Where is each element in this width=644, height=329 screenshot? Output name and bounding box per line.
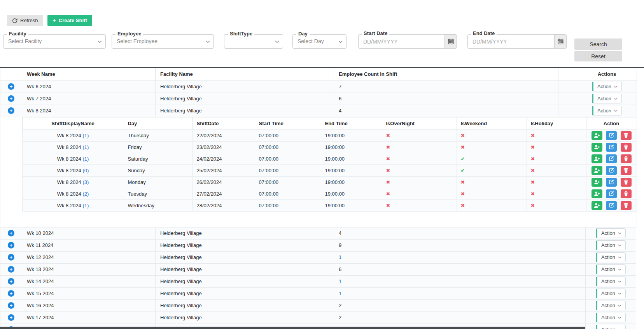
start-date-calendar-button[interactable]	[444, 34, 457, 49]
start-date-input[interactable]	[358, 34, 445, 49]
day-label: Day	[296, 31, 310, 37]
delete-shift-button[interactable]	[621, 189, 632, 198]
employee-count-cell: 2	[334, 312, 586, 324]
assign-employee-button[interactable]	[592, 178, 602, 187]
delete-shift-button[interactable]	[621, 131, 632, 140]
assign-employee-button[interactable]	[592, 154, 602, 163]
shift-count-link[interactable]: (1)	[82, 156, 89, 162]
horizontal-scrollbar[interactable]	[0, 327, 585, 329]
shifttype-select[interactable]: ShiftType	[224, 34, 283, 49]
delete-shift-button[interactable]	[621, 143, 632, 152]
facility-name-cell: Helderberg Village	[156, 312, 334, 324]
assign-employee-button[interactable]	[592, 201, 602, 210]
check-icon: ✔	[461, 168, 465, 173]
shift-date-cell: 22/02/2024	[192, 130, 255, 141]
employee-count-cell: 4	[334, 105, 558, 117]
facility-name-cell: Helderberg Village	[156, 105, 334, 117]
end-date-calendar-button[interactable]	[554, 34, 567, 49]
expand-row-icon[interactable]: +	[8, 266, 14, 273]
action-dropdown-button[interactable]: Action	[596, 276, 626, 286]
edit-shift-button[interactable]	[606, 166, 617, 175]
action-dropdown-button[interactable]: Action	[596, 252, 626, 262]
edit-shift-button[interactable]	[606, 189, 617, 198]
shift-count-link[interactable]: (2)	[82, 191, 89, 197]
refresh-label: Refresh	[20, 18, 38, 23]
shift-count-link[interactable]: (0)	[82, 168, 89, 173]
expand-row-icon[interactable]: +	[8, 95, 14, 102]
expand-row-icon[interactable]: +	[8, 242, 14, 248]
edit-shift-button[interactable]	[606, 131, 617, 140]
action-dropdown-button[interactable]: Action	[592, 106, 622, 116]
trash-icon	[623, 203, 628, 208]
table-row: + Wk 11 2024 Helderberg Village 9 Action	[0, 239, 636, 251]
expand-row-icon[interactable]: +	[8, 83, 14, 90]
assign-employee-button[interactable]	[592, 166, 602, 175]
delete-shift-button[interactable]	[621, 178, 632, 187]
shift-date-cell: 27/02/2024	[192, 188, 255, 200]
shift-date-cell: 28/02/2024	[192, 200, 255, 211]
shift-count-link[interactable]: (3)	[82, 179, 89, 185]
reset-button[interactable]: Reset	[574, 51, 622, 61]
action-dropdown-button[interactable]: Action	[592, 94, 622, 103]
delete-shift-button[interactable]	[621, 166, 632, 175]
expand-row-icon[interactable]: +	[8, 254, 14, 261]
facility-select[interactable]: Facility Select Facility	[3, 34, 106, 49]
edit-shift-button[interactable]	[606, 178, 617, 187]
refresh-button[interactable]: Refresh	[7, 15, 43, 26]
assign-employee-button[interactable]	[592, 143, 602, 152]
assign-employee-button[interactable]	[592, 189, 602, 198]
action-dropdown-button[interactable]: Action	[596, 264, 626, 274]
action-label: Action	[601, 290, 615, 296]
cross-icon: ✖	[531, 168, 535, 173]
assign-employee-button[interactable]	[592, 131, 602, 140]
expand-row-icon[interactable]: +	[8, 230, 14, 236]
delete-shift-button[interactable]	[621, 154, 632, 163]
pencil-square-icon	[609, 203, 614, 208]
pencil-square-icon	[609, 156, 614, 161]
start-time-cell: 07:00:00	[255, 164, 321, 176]
collapse-row-icon[interactable]: +	[8, 107, 14, 114]
expand-row-icon[interactable]: +	[8, 314, 14, 321]
shift-name-cell: Wk 8 2024 (1)	[22, 200, 124, 211]
action-dropdown-button[interactable]: Action	[596, 228, 626, 238]
action-dropdown-button[interactable]: Action	[596, 313, 626, 322]
action-dropdown-button[interactable]: Action	[596, 240, 626, 250]
expand-row-icon[interactable]: +	[8, 290, 14, 297]
cross-icon: ✖	[386, 156, 390, 162]
shift-row: Wk 8 2024 (1) Friday 23/02/2024 07:00:00…	[22, 141, 637, 153]
employee-count-cell: 9	[334, 239, 586, 251]
search-button[interactable]: Search	[574, 38, 622, 50]
action-dropdown-button[interactable]: Action	[596, 301, 626, 310]
action-dropdown-button[interactable]: Action	[592, 82, 622, 91]
start-time-header: Start Time	[255, 117, 321, 130]
facility-name-cell: Helderberg Village	[156, 299, 334, 312]
start-time-cell: 07:00:00	[255, 188, 321, 200]
shift-count-link[interactable]: (1)	[82, 133, 89, 138]
delete-shift-button[interactable]	[621, 201, 632, 210]
shift-count-link[interactable]: (1)	[82, 144, 89, 150]
edit-shift-button[interactable]	[606, 201, 617, 210]
employee-select[interactable]: Employee Select Employee	[112, 34, 214, 49]
end-date-input[interactable]	[467, 34, 555, 49]
cross-icon: ✖	[461, 133, 465, 138]
edit-shift-button[interactable]	[606, 143, 617, 152]
shift-count-link[interactable]: (1)	[82, 203, 89, 208]
expand-row-icon[interactable]: +	[8, 278, 14, 285]
chevron-down-icon	[206, 40, 210, 43]
week-name-cell: Wk 6 2024	[22, 80, 156, 93]
action-dropdown-button[interactable]: Action	[596, 289, 626, 298]
day-select[interactable]: Day Select Day	[292, 34, 346, 49]
facility-name-cell: Helderberg Village	[156, 263, 334, 275]
edit-shift-button[interactable]	[606, 154, 617, 163]
pencil-square-icon	[609, 144, 614, 150]
action-label: Action	[601, 303, 615, 308]
expand-row-icon[interactable]: +	[8, 302, 14, 309]
shift-date-cell: 23/02/2024	[192, 141, 255, 153]
week-name-cell: Wk 12 2024	[22, 251, 156, 263]
facility-name-cell: Helderberg Village	[156, 251, 334, 263]
shift-name-cell: Wk 8 2024 (0)	[22, 164, 124, 176]
create-shift-button[interactable]: + Create Shift	[47, 15, 92, 26]
week-name-header: Week Name	[22, 68, 156, 80]
action-dropdown-button[interactable]: Action	[596, 325, 626, 329]
cross-icon: ✖	[386, 133, 390, 138]
